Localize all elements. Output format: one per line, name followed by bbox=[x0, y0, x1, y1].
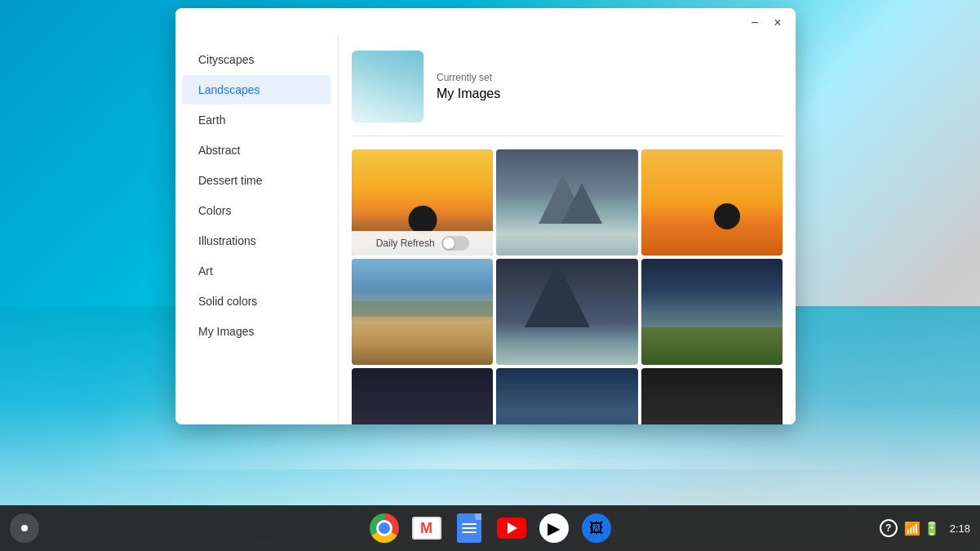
wallpaper-main-content: Currently set My Images Daily Refresh bbox=[339, 38, 796, 424]
wallpaper-grid-item-4[interactable] bbox=[352, 259, 493, 365]
sidebar-item-cityscapes[interactable]: Cityscapes bbox=[182, 45, 331, 74]
minimize-button[interactable]: − bbox=[743, 11, 766, 34]
launcher-button[interactable] bbox=[10, 513, 39, 543]
currently-set-label: Currently set bbox=[437, 72, 783, 83]
daily-refresh-label: Daily Refresh bbox=[376, 238, 435, 249]
gmail-icon: M bbox=[412, 517, 441, 540]
wallpaper-image-grid: Daily Refresh bbox=[352, 149, 783, 424]
current-wallpaper-thumbnail bbox=[352, 51, 423, 122]
sidebar-item-illustrations[interactable]: Illustrations bbox=[182, 226, 331, 256]
sidebar-item-art[interactable]: Art bbox=[182, 256, 331, 286]
help-button[interactable]: ? bbox=[880, 519, 898, 537]
dialog-body: Cityscapes Landscapes Earth Abstract Des… bbox=[175, 38, 796, 424]
wallpaper-grid-item-2[interactable] bbox=[496, 149, 637, 256]
youtube-icon bbox=[497, 518, 526, 539]
taskbar-apps: M ▶ 🖼 bbox=[366, 510, 614, 546]
docs-icon bbox=[457, 513, 481, 543]
wallpaper-grid-item-8[interactable] bbox=[496, 368, 637, 424]
taskbar-left bbox=[10, 513, 39, 543]
wallpaper-grid-item-9[interactable] bbox=[641, 368, 783, 424]
sidebar-item-my-images[interactable]: My Images bbox=[182, 317, 331, 346]
youtube-play-icon bbox=[508, 522, 517, 534]
close-button[interactable]: × bbox=[766, 11, 789, 34]
current-wallpaper-image bbox=[352, 51, 423, 122]
sidebar-item-landscapes[interactable]: Landscapes bbox=[182, 75, 331, 104]
docs-line-3 bbox=[462, 531, 477, 533]
wallpaper-grid-item-6[interactable] bbox=[641, 259, 783, 365]
daily-refresh-toggle[interactable] bbox=[441, 236, 469, 251]
system-tray: ? 📶 🔋 2:18 bbox=[880, 519, 970, 537]
wallpaper-grid-item-1[interactable]: Daily Refresh bbox=[352, 149, 493, 256]
wallpaper-dialog: − × Cityscapes Landscapes Earth Abstract… bbox=[175, 8, 796, 424]
wallpaper-grid-item-3[interactable] bbox=[641, 149, 783, 256]
sidebar-item-solid-colors[interactable]: Solid colors bbox=[182, 287, 331, 316]
wallpaper-app[interactable]: 🖼 bbox=[579, 510, 614, 546]
docs-line-1 bbox=[462, 523, 477, 525]
battery-icon: 🔋 bbox=[924, 521, 940, 536]
clock: 2:18 bbox=[950, 522, 970, 535]
daily-refresh-overlay-1: Daily Refresh bbox=[352, 231, 493, 256]
wallpaper-app-icon: 🖼 bbox=[582, 513, 611, 543]
docs-app[interactable] bbox=[451, 510, 487, 546]
wifi-icon: 📶 bbox=[904, 521, 920, 536]
wallpaper-grid-item-5[interactable] bbox=[496, 259, 637, 365]
youtube-app[interactable] bbox=[494, 510, 530, 546]
taskbar: M ▶ 🖼 ? 📶 🔋 bbox=[0, 505, 980, 551]
category-sidebar: Cityscapes Landscapes Earth Abstract Des… bbox=[175, 38, 339, 424]
gmail-app[interactable]: M bbox=[409, 510, 445, 546]
docs-line-2 bbox=[462, 527, 477, 529]
current-wallpaper-info: Currently set My Images bbox=[437, 72, 783, 101]
tray-icons: 📶 🔋 bbox=[904, 521, 940, 536]
play-store-icon: ▶ bbox=[539, 513, 569, 543]
sidebar-item-dessert-time[interactable]: Dessert time bbox=[182, 166, 331, 195]
chrome-app[interactable] bbox=[366, 510, 402, 546]
current-wallpaper-section: Currently set My Images bbox=[352, 51, 783, 136]
play-store-app[interactable]: ▶ bbox=[536, 510, 572, 546]
dialog-titlebar: − × bbox=[175, 8, 796, 38]
wallpaper-grid-item-7[interactable] bbox=[352, 368, 493, 424]
chrome-icon bbox=[370, 513, 399, 543]
sidebar-item-earth[interactable]: Earth bbox=[182, 105, 331, 135]
launcher-icon bbox=[21, 525, 28, 531]
currently-set-value: My Images bbox=[437, 87, 783, 101]
sidebar-item-colors[interactable]: Colors bbox=[182, 196, 331, 225]
sidebar-item-abstract[interactable]: Abstract bbox=[182, 136, 331, 165]
